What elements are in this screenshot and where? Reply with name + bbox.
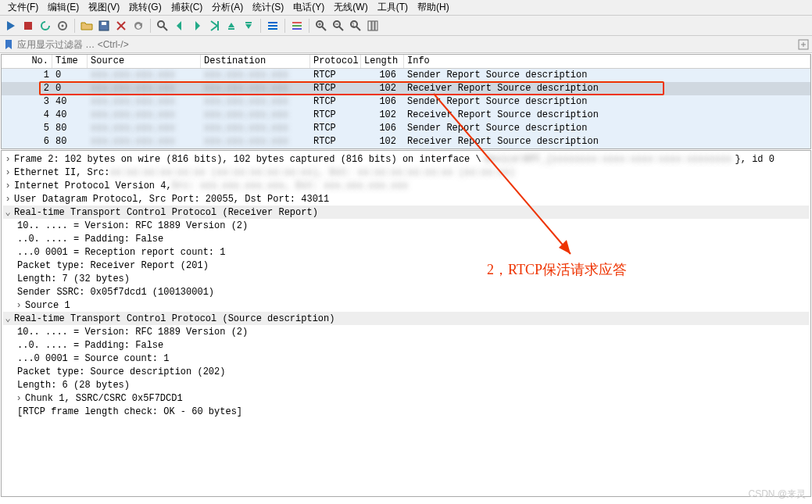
packet-row[interactable]: 5 80 xxx.xxx.xxx.xxx xxx.xxx.xxx.xxx RTC… (2, 122, 810, 135)
expand-icon[interactable]: › (14, 393, 23, 404)
cell-no: 4 (2, 109, 52, 122)
tree-field[interactable]: Length: 6 (28 bytes) (3, 378, 809, 391)
tree-chunk[interactable]: ›Chunk 1, SSRC/CSRC 0x5F7DCD1 (3, 391, 809, 405)
stop-capture-icon[interactable] (20, 18, 36, 34)
packet-row[interactable]: 3 40 xxx.xxx.xxx.xxx xxx.xxx.xxx.xxx RTC… (2, 95, 810, 109)
col-header-no[interactable]: No. (2, 55, 52, 68)
menu-capture[interactable]: 捕获(C) (166, 0, 208, 16)
collapse-icon[interactable]: ⌄ (3, 206, 13, 218)
menu-tel[interactable]: 电话(Y) (288, 0, 329, 16)
col-header-time[interactable]: Time (52, 55, 88, 68)
open-file-icon[interactable] (79, 18, 95, 34)
menu-stats[interactable]: 统计(S) (248, 0, 288, 16)
go-back-icon[interactable] (172, 18, 188, 34)
menu-tools[interactable]: 工具(T) (373, 0, 413, 16)
menu-edit[interactable]: 编辑(E) (43, 0, 84, 16)
expand-icon[interactable]: › (3, 167, 13, 178)
menu-analyze[interactable]: 分析(A) (207, 0, 248, 16)
svg-rect-20 (292, 22, 302, 23)
tree-label: 10.. .... = Version: RFC 1889 Version (2… (17, 327, 248, 338)
packet-row[interactable]: 1 0 xxx.xxx.xxx.xxx xxx.xxx.xxx.xxx RTCP… (2, 69, 810, 82)
tree-rtcp-receiver-report[interactable]: ⌄Real-time Transport Control Protocol (R… (3, 206, 809, 219)
zoom-in-icon[interactable] (313, 18, 329, 34)
col-header-dst[interactable]: Destination (201, 55, 310, 68)
tree-udp[interactable]: ›User Datagram Protocol, Src Port: 20055… (3, 192, 809, 206)
toolbar-separator (309, 19, 309, 33)
tree-field[interactable]: 10.. .... = Version: RFC 1889 Version (2… (3, 325, 809, 338)
packet-row[interactable]: 4 40 xxx.xxx.xxx.xxx xxx.xxx.xxx.xxx RTC… (2, 109, 810, 122)
auto-scroll-icon[interactable] (265, 18, 281, 34)
col-header-len[interactable]: Length (361, 55, 404, 68)
tree-field[interactable]: [RTCP frame length check: OK - 60 bytes] (3, 405, 809, 418)
menu-help[interactable]: 帮助(H) (413, 0, 454, 16)
cell-no: 5 (2, 122, 52, 135)
bookmark-icon[interactable] (3, 39, 14, 50)
expand-icon[interactable]: › (3, 154, 13, 165)
tree-rtcp-source-description[interactable]: ⌄Real-time Transport Control Protocol (S… (3, 312, 809, 325)
tree-frame[interactable]: ›Frame 2: 102 bytes on wire (816 bits), … (3, 152, 809, 166)
cell-info: Receiver Report Source description (404, 82, 810, 95)
menu-goto[interactable]: 跳转(G) (124, 0, 166, 16)
expand-icon[interactable]: › (14, 300, 23, 311)
display-filter-input[interactable] (17, 39, 798, 50)
go-forward-icon[interactable] (189, 18, 205, 34)
tree-field[interactable]: 10.. .... = Version: RFC 1889 Version (2… (3, 219, 809, 232)
zoom-out-icon[interactable] (331, 18, 346, 34)
start-capture-icon[interactable] (3, 18, 19, 34)
restart-capture-icon[interactable] (38, 18, 53, 34)
menu-wireless[interactable]: 无线(W) (329, 0, 372, 16)
cell-time: 0 (52, 82, 88, 95)
col-header-info[interactable]: Info (404, 55, 810, 68)
cell-dst: xxx.xxx.xxx.xxx (201, 109, 310, 122)
go-first-icon[interactable] (224, 18, 239, 34)
tree-field[interactable]: ..0. .... = Padding: False (3, 232, 809, 245)
go-last-icon[interactable] (241, 18, 256, 34)
tree-source-1[interactable]: ›Source 1 (3, 298, 809, 312)
col-header-proto[interactable]: Protocol (310, 55, 361, 68)
svg-marker-13 (228, 23, 234, 27)
cell-info: Sender Report Source description (404, 122, 810, 135)
toolbar-separator (260, 19, 261, 33)
svg-rect-1 (24, 22, 32, 30)
zoom-reset-icon[interactable]: 1 (348, 18, 363, 34)
go-to-packet-icon[interactable] (206, 18, 222, 34)
tree-field[interactable]: Packet type: Receiver Report (201) (3, 259, 809, 272)
packet-row[interactable]: 6 80 xxx.xxx.xxx.xxx xxx.xxx.xxx.xxx RTC… (2, 135, 810, 148)
tree-field[interactable]: ..0. .... = Padding: False (3, 338, 809, 352)
tree-field[interactable]: ...0 0001 = Source count: 1 (3, 352, 809, 365)
tree-field[interactable]: Sender SSRC: 0x05f7dcd1 (100130001) (3, 285, 809, 298)
colorize-icon[interactable] (289, 18, 305, 34)
watermark: CSDN @来灵 (748, 488, 806, 501)
find-icon[interactable] (155, 18, 170, 34)
tree-label: Packet type: Source description (202) (17, 366, 225, 377)
collapse-icon[interactable]: ⌄ (3, 313, 13, 324)
close-file-icon[interactable] (113, 18, 129, 34)
toolbar: 1 (0, 16, 812, 36)
menubar: 文件(F) 编辑(E) 视图(V) 跳转(G) 捕获(C) 分析(A) 统计(S… (0, 0, 812, 16)
expand-icon[interactable]: › (3, 181, 13, 191)
cell-proto: RTCP (310, 109, 361, 122)
save-file-icon[interactable] (96, 18, 112, 34)
display-filter-bar (0, 36, 812, 53)
packet-row[interactable]: 2 0 xxx.xxx.xxx.xxx xxx.xxx.xxx.xxx RTCP… (2, 82, 810, 95)
resize-columns-icon[interactable] (365, 18, 381, 34)
cell-len: 102 (361, 82, 404, 95)
cell-proto: RTCP (310, 69, 361, 82)
tree-field[interactable]: Packet type: Source description (202) (3, 365, 809, 378)
cell-time: 80 (52, 135, 88, 148)
cell-time: 0 (52, 69, 88, 82)
menu-file[interactable]: 文件(F) (3, 0, 43, 16)
expand-icon[interactable]: › (3, 194, 13, 205)
tree-field[interactable]: Length: 7 (32 bytes) (3, 272, 809, 285)
expression-button-icon[interactable] (798, 39, 809, 50)
cell-dst: xxx.xxx.xxx.xxx (201, 82, 310, 95)
tree-field[interactable]: ...0 0001 = Reception report count: 1 (3, 245, 809, 259)
col-header-src[interactable]: Source (88, 55, 201, 68)
capture-options-icon[interactable] (55, 18, 70, 34)
tree-ipv4[interactable]: ›Internet Protocol Version 4, Src: xxx.x… (3, 179, 809, 192)
reload-icon[interactable] (131, 18, 146, 34)
tree-ethernet[interactable]: ›Ethernet II, Src: xx:xx:xx:xx:xx:xx (xx… (3, 166, 809, 179)
svg-rect-17 (268, 22, 277, 23)
cell-proto: RTCP (310, 135, 361, 148)
menu-view[interactable]: 视图(V) (84, 0, 124, 16)
